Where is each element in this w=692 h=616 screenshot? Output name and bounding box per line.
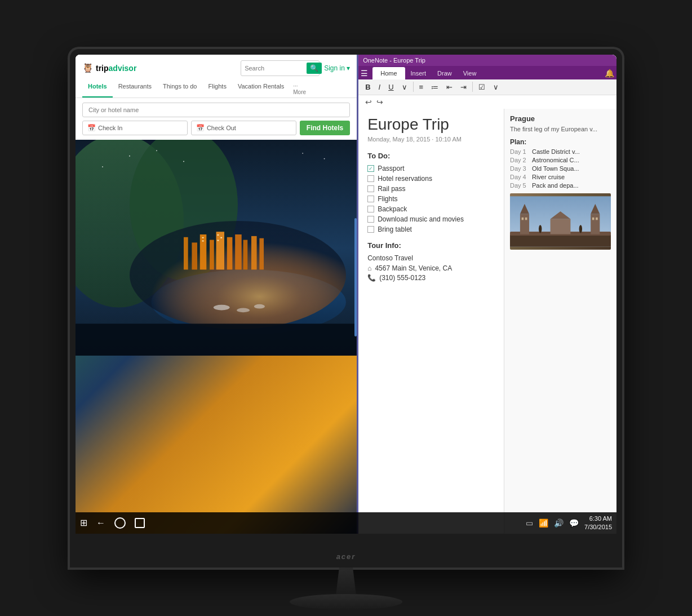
back-button[interactable]: ← [96,518,105,528]
on-undo-row: ↩ ↪ [358,95,616,109]
svg-point-22 [254,304,265,308]
decrease-indent-button[interactable]: ⇤ [444,82,455,92]
redo-button[interactable]: ↪ [376,98,383,107]
multitask-button[interactable] [135,518,145,528]
start-button[interactable]: ⊞ [80,517,87,528]
on-todo-hotel: Hotel reservations [367,175,495,183]
on-checkbox-rail[interactable] [367,185,374,192]
ta-nav-flights[interactable]: Flights [202,81,232,98]
tab-home[interactable]: Home [372,67,405,79]
ta-trip-text: trip [96,64,109,73]
checkbox-button[interactable]: ☑ [476,82,487,92]
underline-dropdown[interactable]: ∨ [400,82,410,92]
notification-icon[interactable]: 💬 [569,518,579,528]
svg-point-20 [214,304,230,310]
on-plan-day3: Day 3 Old Town Squa... [510,165,611,172]
on-checkbox-tablet[interactable] [367,226,374,233]
underline-button[interactable]: U [386,82,396,92]
ta-nav-more[interactable]: ···More [290,81,309,98]
ta-search-input[interactable] [245,65,307,72]
on-checkbox-passport[interactable] [367,165,374,172]
increase-indent-button[interactable]: ⇥ [458,82,469,92]
on-page-date: Monday, May 18, 2015 · 10:10 AM [367,136,495,143]
svg-point-44 [579,225,582,233]
ta-nav-restaurants[interactable]: Restaurants [113,81,157,98]
on-phone-row: 📞 (310) 555-0123 [367,274,495,282]
bullets-button[interactable]: ≡ [417,82,426,92]
svg-rect-31 [510,234,611,246]
more-button[interactable]: ∨ [491,82,501,92]
svg-point-29 [102,166,103,167]
on-card-image [510,193,611,250]
ta-nav-things[interactable]: Things to do [157,81,203,98]
svg-rect-13 [251,236,257,269]
on-tabs: ☰ Home Insert Draw View 🔔 [358,66,616,79]
on-plan-day1-label: Day 1 [510,148,530,155]
on-toolbar: B I U ∨ ≡ ≔ ⇤ ⇥ ☑ ∨ [358,79,616,95]
monitor-bezel: 🦉 tripadvisor 🔍 [76,55,616,534]
ta-check-in-label: Check In [98,125,122,131]
on-todo-flights-label: Flights [378,195,397,203]
ta-check-out-button[interactable]: 📅 Check Out [191,121,296,135]
svg-rect-15 [202,237,204,238]
svg-point-28 [324,158,325,159]
clock-time: 6:30 AM [584,515,612,522]
on-hamburger-icon[interactable]: ☰ [361,69,368,78]
svg-rect-14 [259,238,264,269]
home-button[interactable] [114,517,126,529]
phone-icon: 📞 [367,274,376,282]
bell-icon[interactable]: 🔔 [605,69,614,78]
ta-hotel-search-input[interactable] [82,103,350,117]
ta-nav-vacation[interactable]: Vacation Rentals [232,81,290,98]
ta-signin-link[interactable]: Sign in ▾ [324,64,350,72]
scroll-divider [354,218,357,336]
on-todo-tablet-label: Bring tablet [378,225,412,233]
svg-rect-5 [184,237,188,269]
numbered-list-button[interactable]: ≔ [429,82,441,92]
prague-image-svg [510,193,611,250]
on-checkbox-music[interactable] [367,216,374,223]
monitor-stand-base [290,594,402,610]
ta-checkin-calendar-icon: 📅 [87,124,96,132]
on-tour-heading: Tour Info: [367,241,495,250]
bold-button[interactable]: B [363,82,372,92]
screen: 🦉 tripadvisor 🔍 [76,55,616,534]
italic-button[interactable]: I [376,82,383,92]
taskbar-right: ▭ 📶 🔊 💬 6:30 AM 7/30/2015 [526,515,612,531]
ta-check-in-button[interactable]: 📅 Check In [82,121,188,135]
onenote-title-text: OneNote - Europe Trip [363,57,425,64]
on-checkbox-hotel[interactable] [367,175,374,182]
on-phone-text: (310) 555-0123 [379,274,425,282]
svg-rect-37 [551,219,571,234]
ta-search-button[interactable]: 🔍 [307,63,322,74]
svg-rect-23 [76,323,357,356]
volume-icon[interactable]: 🔊 [554,518,564,528]
on-todo-hotel-label: Hotel reservations [378,175,432,183]
ta-city-image [76,140,357,534]
on-checkbox-flights[interactable] [367,196,374,202]
tab-draw[interactable]: Draw [432,67,458,79]
acer-logo: acer [336,552,356,561]
svg-rect-6 [192,242,197,269]
on-card-city: Prague [510,114,611,123]
on-plan-day5-activity: Pack and depa... [532,182,579,189]
tab-view[interactable]: View [458,67,482,79]
wifi-icon: 📶 [539,518,548,528]
ta-search-row: 🔍 Sign in ▾ [241,60,350,76]
on-checkbox-backpack[interactable] [367,206,374,212]
on-page-title: Europe Trip [367,116,495,134]
onenote-panel: OneNote - Europe Trip ☰ Home Insert Draw… [357,55,616,534]
undo-button[interactable]: ↩ [365,98,372,107]
svg-rect-41 [592,218,595,220]
on-plan-day2-activity: Astronomical C... [532,157,579,163]
ta-find-hotels-button[interactable]: Find Hotels [300,121,350,135]
on-todo-heading: To Do: [367,152,495,160]
svg-point-25 [156,150,157,151]
tab-insert[interactable]: Insert [405,67,432,79]
on-card-description: The first leg of my European v... [510,125,611,134]
svg-point-26 [183,161,184,162]
svg-point-43 [539,225,542,233]
ta-nav-hotels[interactable]: Hotels [82,81,113,98]
svg-rect-7 [200,234,207,269]
ta-logo-text: tripadvisor [96,64,136,73]
